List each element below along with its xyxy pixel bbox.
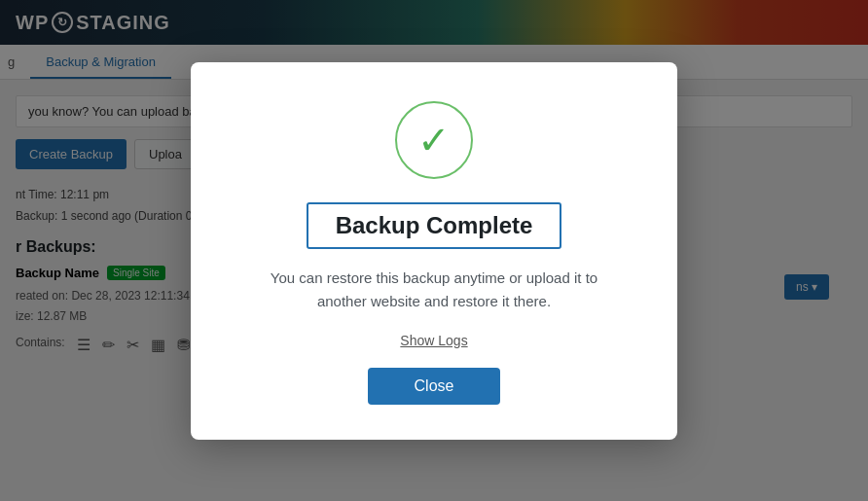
modal-description: You can restore this backup anytime or u… (259, 267, 609, 313)
success-modal: ✓ Backup Complete You can restore this b… (191, 62, 677, 440)
check-icon: ✓ (417, 121, 451, 160)
modal-title-wrapper: Backup Complete (307, 202, 562, 249)
show-logs-button[interactable]: Show Logs (400, 333, 467, 348)
check-circle: ✓ (395, 101, 473, 179)
close-button[interactable]: Close (368, 368, 501, 405)
modal-title: Backup Complete (336, 212, 533, 239)
